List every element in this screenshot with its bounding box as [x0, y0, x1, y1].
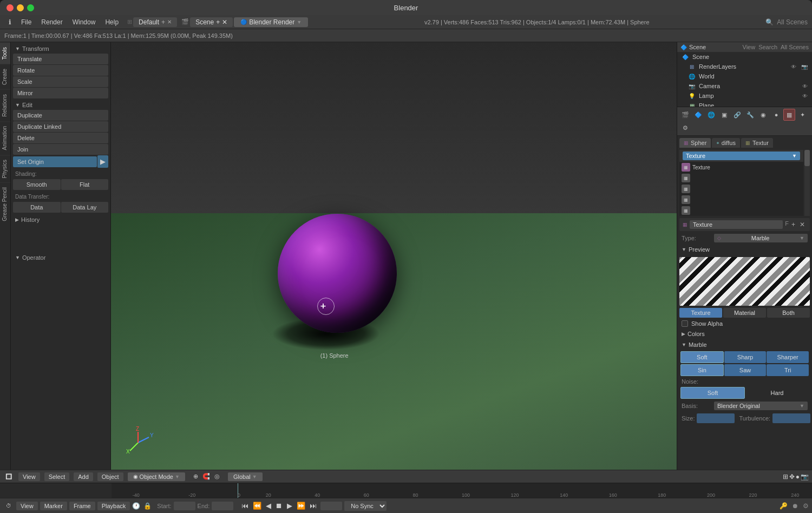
- data-lay-button[interactable]: Data Lay: [61, 202, 109, 213]
- particles-icon[interactable]: ✦: [796, 109, 808, 121]
- help-menu[interactable]: Help: [101, 17, 123, 27]
- jump-start-btn[interactable]: ⏮: [240, 501, 250, 511]
- jump-end-btn[interactable]: ⏭: [308, 501, 318, 511]
- object-prop-icon[interactable]: ▣: [718, 109, 730, 121]
- texture-type-dropdown[interactable]: Texture ▼: [683, 152, 800, 160]
- search-button[interactable]: 🔍: [765, 18, 774, 26]
- sharper-btn[interactable]: Sharper: [767, 351, 809, 363]
- eye-icon[interactable]: 👁: [791, 64, 796, 70]
- physics-prop-icon[interactable]: ⚙: [679, 122, 691, 134]
- smooth-button[interactable]: Smooth: [13, 179, 61, 190]
- mirror-button[interactable]: Mirror: [13, 88, 108, 98]
- texture-name-field[interactable]: Texture: [690, 220, 783, 229]
- marble-section-header[interactable]: ▼ Marble: [677, 339, 812, 350]
- frame-menu[interactable]: Frame: [69, 502, 95, 510]
- size-input[interactable]: 0.75: [697, 413, 735, 423]
- close-button[interactable]: [6, 4, 14, 11]
- timeline-type-icon[interactable]: ⏱: [3, 501, 14, 511]
- view-menu[interactable]: View: [18, 472, 40, 481]
- saw-btn[interactable]: Saw: [724, 364, 767, 376]
- modifiers-icon[interactable]: 🔧: [744, 109, 756, 121]
- world-prop-icon[interactable]: 🌐: [705, 109, 717, 121]
- select-menu[interactable]: Select: [44, 472, 70, 481]
- file-menu[interactable]: File: [17, 17, 36, 27]
- outliner-item[interactable]: 💡 Lamp 👁: [677, 91, 812, 101]
- turbulence-input[interactable]: 5.00: [772, 413, 810, 423]
- set-origin-button[interactable]: Set Origin: [13, 156, 97, 167]
- soft-btn[interactable]: Soft: [680, 351, 724, 363]
- colors-section-header[interactable]: ▶ Colors: [677, 328, 812, 339]
- viewport-type-icon[interactable]: 🔳: [3, 471, 14, 482]
- texture-prop-icon active[interactable]: ▦: [783, 109, 795, 121]
- workspace-tab[interactable]: Default + ✕: [133, 17, 177, 27]
- noise-hard-btn[interactable]: Hard: [745, 387, 809, 399]
- pivot-icon[interactable]: ⊕: [192, 472, 200, 481]
- lock-icon[interactable]: 🔒: [143, 502, 152, 510]
- diffus-tab[interactable]: ● diffus: [712, 138, 740, 148]
- add-menu[interactable]: Add: [74, 472, 93, 481]
- workspace-add[interactable]: +: [161, 18, 165, 26]
- proportional-icon[interactable]: ◎: [213, 472, 221, 481]
- info-menu[interactable]: ℹ: [4, 17, 16, 27]
- record-icon[interactable]: ⏺: [792, 502, 798, 510]
- scene-tab[interactable]: Scene + ✕: [190, 17, 233, 27]
- sync-dropdown[interactable]: No Sync: [344, 501, 387, 511]
- delete-button[interactable]: Delete: [13, 133, 108, 143]
- animation-tab[interactable]: Animation: [0, 121, 10, 154]
- scene-close[interactable]: ✕: [222, 18, 227, 26]
- start-frame-input[interactable]: 1: [174, 502, 195, 510]
- options-icon[interactable]: ⚙: [803, 502, 809, 510]
- keying-icon[interactable]: 🔑: [780, 502, 788, 510]
- material-preview-btn[interactable]: Material: [723, 308, 766, 318]
- tri-btn[interactable]: Tri: [767, 364, 809, 376]
- translate-button[interactable]: Translate: [13, 54, 108, 64]
- workspace-close[interactable]: ✕: [167, 19, 172, 25]
- window-menu[interactable]: Window: [68, 17, 100, 27]
- tex-slot[interactable]: ▦: [679, 194, 803, 205]
- render-engine-selector[interactable]: 🔵 Blender Render ▼: [234, 17, 308, 27]
- data-button[interactable]: Data: [13, 202, 61, 213]
- manipulator-icon[interactable]: ✥: [789, 473, 795, 481]
- physics-tab[interactable]: Physics: [0, 155, 10, 182]
- maximize-button[interactable]: [27, 4, 34, 11]
- outliner-item[interactable]: ⊞ RenderLayers 👁 📷: [677, 62, 812, 71]
- object-mode-selector[interactable]: ◉ Object Mode ▼: [128, 472, 185, 481]
- material-prop-icon[interactable]: ●: [770, 109, 782, 121]
- show-alpha-checkbox[interactable]: [682, 320, 688, 327]
- texture-close-button[interactable]: ✕: [798, 220, 807, 229]
- texture-scrollbar[interactable]: [804, 150, 810, 216]
- preview-section-header[interactable]: ▼ Preview: [677, 244, 812, 255]
- camera-eye-icon[interactable]: 👁: [802, 83, 808, 89]
- outliner-item[interactable]: ▦ Plane: [677, 101, 812, 107]
- end-frame-input[interactable]: 250: [212, 502, 233, 510]
- spher-tab[interactable]: ▦ Spher: [679, 138, 711, 148]
- textur-tab[interactable]: ▦ Textur: [741, 138, 773, 148]
- type-value-dropdown[interactable]: ◇ Marble ▼: [714, 234, 808, 242]
- render-icon[interactable]: 📷: [801, 64, 808, 70]
- clock-icon[interactable]: 🕐: [132, 502, 140, 510]
- noise-soft-btn[interactable]: Soft: [680, 387, 745, 399]
- grease-pencil-tab[interactable]: Grease Pencil: [0, 182, 10, 226]
- scene-add[interactable]: +: [216, 18, 220, 26]
- duplicate-button[interactable]: Duplicate: [13, 110, 108, 121]
- render-menu[interactable]: Render: [37, 17, 67, 27]
- step-fwd-btn[interactable]: ⏩: [295, 501, 307, 511]
- stop-btn[interactable]: ⏹: [274, 501, 284, 511]
- scale-button[interactable]: Scale: [13, 76, 108, 87]
- duplicate-linked-button[interactable]: Duplicate Linked: [13, 121, 108, 132]
- snap-icon[interactable]: 🧲: [201, 472, 212, 481]
- relations-tab[interactable]: Relations: [0, 89, 10, 121]
- tex-slot[interactable]: ▦: [679, 173, 803, 183]
- sin-btn[interactable]: Sin: [680, 364, 724, 376]
- view-menu-btn[interactable]: View: [743, 44, 756, 50]
- texture-add-button[interactable]: +: [790, 220, 797, 229]
- tools-tab[interactable]: Tools: [0, 42, 10, 64]
- tex-slot[interactable]: ▦: [679, 205, 803, 216]
- basis-dropdown[interactable]: Blender Original ▼: [714, 402, 808, 410]
- outliner-item[interactable]: 📷 Camera 👁: [677, 81, 812, 91]
- step-back-btn[interactable]: ⏪: [251, 501, 263, 511]
- set-origin-dropdown[interactable]: ▶: [97, 155, 108, 168]
- marker-menu[interactable]: Marker: [40, 502, 67, 510]
- viewport[interactable]: + Y X Z (1) Sphere: [111, 42, 677, 470]
- play-btn[interactable]: ▶: [285, 501, 294, 511]
